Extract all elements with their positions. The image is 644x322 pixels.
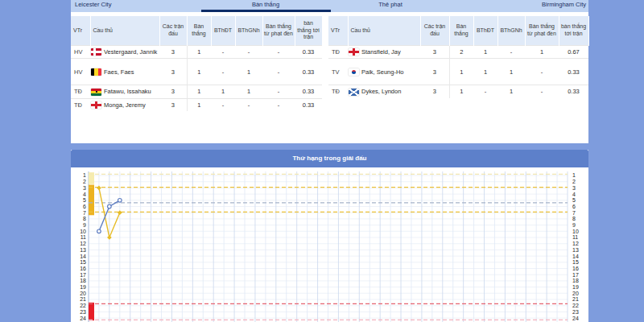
matches-value: 3 bbox=[159, 46, 187, 59]
position-label: TĐ bbox=[71, 85, 90, 98]
svg-text:19: 19 bbox=[80, 284, 86, 290]
player-cell[interactable]: Paik, Seung-Ho bbox=[348, 59, 420, 85]
svg-text:1: 1 bbox=[572, 172, 576, 178]
svg-text:18: 18 bbox=[572, 278, 579, 283]
svg-text:21: 21 bbox=[572, 296, 579, 302]
flag-england-icon bbox=[91, 101, 101, 109]
goals-value: 2 bbox=[449, 46, 473, 59]
player-name: Vestergaard, Jannik bbox=[104, 48, 159, 56]
svg-text:4: 4 bbox=[572, 192, 576, 197]
col-position: VTr bbox=[71, 16, 90, 46]
tab-cards[interactable]: Thẻ phạt bbox=[378, 1, 402, 8]
position-label: TV bbox=[328, 59, 348, 85]
svg-text:8: 8 bbox=[572, 216, 576, 221]
chart-title: Thứ hạng trong giải đấu bbox=[71, 150, 588, 167]
svg-text:19: 19 bbox=[572, 284, 579, 290]
player-stats-panel: VTr Cầu thủ Các trận đấu Bàn thắng BThĐT… bbox=[71, 12, 588, 143]
svg-text:11: 11 bbox=[572, 234, 578, 240]
svg-text:16: 16 bbox=[572, 266, 579, 271]
svg-text:17: 17 bbox=[80, 272, 86, 278]
player-name: Dykes, Lyndon bbox=[361, 88, 419, 95]
bthgnh-value: - bbox=[235, 98, 262, 111]
svg-text:24: 24 bbox=[80, 316, 86, 321]
table-header-row: VTr Cầu thủ Các trận đấu Bàn thắng BThĐT… bbox=[71, 16, 322, 46]
table-header-row: VTr Cầu thủ Các trận đấu Bàn thắng BThĐT… bbox=[328, 16, 588, 46]
player-cell[interactable]: Dykes, Lyndon bbox=[348, 85, 420, 98]
bthgnh-value: - bbox=[497, 46, 525, 59]
penalty-goals-value: 1 bbox=[525, 46, 559, 59]
goals-value: 1 bbox=[449, 85, 473, 98]
position-label: TĐ bbox=[328, 46, 348, 59]
goals-value: 1 bbox=[187, 46, 211, 59]
bthdt-value: - bbox=[211, 59, 235, 85]
bthdt-value: - bbox=[473, 85, 497, 98]
table-row: TĐ Dykes, Lyndon 3 1 - 1 - 0.33 bbox=[328, 85, 588, 98]
table-row: TĐ Stansfield, Jay 3 2 1 - 1 0.67 bbox=[328, 46, 588, 59]
svg-text:1: 1 bbox=[83, 172, 86, 178]
svg-text:23: 23 bbox=[572, 309, 579, 315]
player-cell[interactable]: Faes, Faes bbox=[90, 59, 159, 85]
bthdt-value: 1 bbox=[473, 59, 497, 85]
player-cell[interactable]: Monga, Jeremy bbox=[90, 98, 159, 111]
goals-value: 1 bbox=[187, 98, 211, 111]
goals-per-match-value: 0.67 bbox=[559, 46, 588, 59]
matches-value: 3 bbox=[420, 85, 449, 98]
player-name: Fatawu, Issahaku bbox=[104, 88, 159, 95]
position-label: TĐ bbox=[328, 85, 348, 98]
goals-value: 1 bbox=[187, 59, 211, 85]
goals-per-match-value: 0.33 bbox=[295, 46, 322, 59]
player-name: Paik, Seung-Ho bbox=[361, 68, 419, 76]
position-label: HV bbox=[71, 46, 90, 59]
team-tab-bar: Leicester City Bàn thắng Thẻ phạt Birmin… bbox=[71, 0, 588, 12]
penalty-goals-value: - bbox=[262, 85, 295, 98]
svg-text:8: 8 bbox=[83, 216, 86, 221]
svg-text:17: 17 bbox=[572, 272, 579, 278]
home-team-link[interactable]: Leicester City bbox=[75, 1, 111, 8]
svg-text:9: 9 bbox=[83, 222, 86, 228]
bthdt-value: 1 bbox=[473, 46, 497, 59]
home-team-goals-table: VTr Cầu thủ Các trận đấu Bàn thắng BThĐT… bbox=[71, 16, 323, 111]
col-goals-per-match: bàn thắng tới trận bbox=[559, 16, 588, 46]
bthgnh-value: 1 bbox=[497, 59, 525, 85]
goals-value: 1 bbox=[187, 85, 211, 98]
player-cell[interactable]: Vestergaard, Jannik bbox=[90, 46, 159, 59]
away-team-link[interactable]: Birmingham City bbox=[542, 1, 586, 8]
goals-per-match-value: 0.33 bbox=[559, 59, 588, 85]
col-player: Cầu thủ bbox=[90, 16, 159, 46]
svg-text:7: 7 bbox=[572, 210, 576, 216]
goals-per-match-value: 0.33 bbox=[295, 98, 322, 111]
svg-text:4: 4 bbox=[83, 192, 86, 197]
matches-value: 3 bbox=[159, 98, 187, 111]
bthdt-value: - bbox=[211, 46, 235, 59]
penalty-goals-value: - bbox=[525, 85, 559, 98]
svg-text:2: 2 bbox=[83, 179, 86, 184]
flag-england-icon bbox=[349, 48, 359, 56]
away-team-goals-table: VTr Cầu thủ Các trận đấu Bàn thắng BThĐT… bbox=[328, 16, 589, 98]
svg-text:2: 2 bbox=[572, 179, 576, 184]
svg-text:10: 10 bbox=[80, 229, 86, 234]
svg-text:3: 3 bbox=[572, 185, 576, 191]
col-goals-per-match: bàn thắng tới trận bbox=[295, 16, 322, 46]
table-row: TV Paik, Seung-Ho 3 1 1 1 - 0.33 bbox=[328, 59, 588, 85]
goals-value: 1 bbox=[449, 59, 473, 85]
svg-text:5: 5 bbox=[83, 197, 86, 203]
tab-goals[interactable]: Bàn thắng bbox=[252, 1, 279, 8]
player-name: Faes, Faes bbox=[104, 68, 159, 76]
svg-text:22: 22 bbox=[572, 303, 579, 308]
svg-text:14: 14 bbox=[80, 254, 86, 259]
col-bthgnh: BThGNh bbox=[235, 16, 262, 46]
col-player: Cầu thủ bbox=[348, 16, 420, 46]
col-matches: Các trận đấu bbox=[159, 16, 187, 46]
player-cell[interactable]: Fatawu, Issahaku bbox=[90, 85, 159, 98]
svg-text:13: 13 bbox=[80, 247, 86, 253]
player-cell[interactable]: Stansfield, Jay bbox=[348, 46, 420, 59]
player-name: Stansfield, Jay bbox=[361, 48, 419, 56]
matches-value: 3 bbox=[420, 59, 449, 85]
svg-text:21: 21 bbox=[80, 296, 86, 302]
svg-text:12: 12 bbox=[572, 241, 579, 246]
svg-text:23: 23 bbox=[80, 309, 86, 315]
col-bthdt: BThĐT bbox=[473, 16, 497, 46]
svg-text:24: 24 bbox=[572, 316, 579, 321]
bthdt-value: 1 bbox=[211, 85, 235, 98]
col-penalty-goals: Bàn thắng từ phạt đền bbox=[262, 16, 295, 46]
